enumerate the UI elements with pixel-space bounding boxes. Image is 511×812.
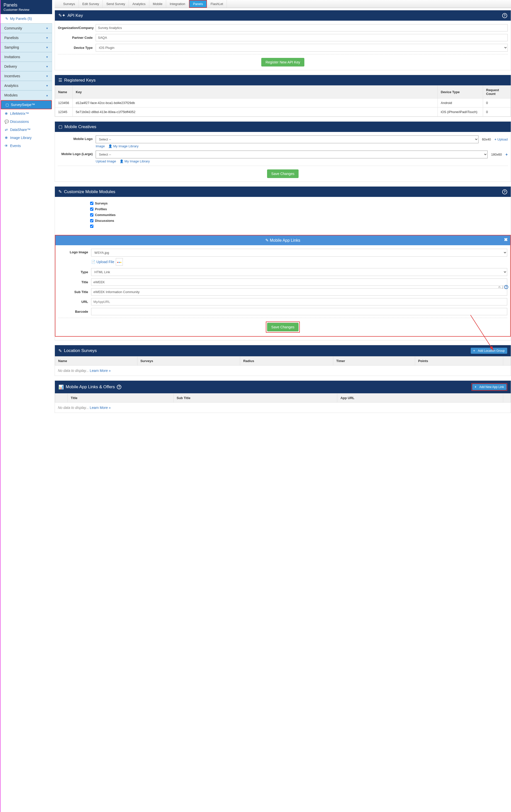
sidebar-my-panels[interactable]: ✎ My Panels (5) bbox=[0, 14, 52, 23]
caret-up-icon: ▲ bbox=[46, 94, 48, 97]
upload-link[interactable]: +Upload bbox=[494, 138, 508, 141]
sidebar-item-lifemetrix[interactable]: ❋LifeMetrix™ bbox=[0, 110, 52, 118]
sidebar-section-invitations[interactable]: Invitations▼ bbox=[0, 52, 52, 62]
registered-keys-header: ☰ Registered Keys bbox=[55, 75, 511, 85]
add-new-app-link-button[interactable]: + Add New App Link bbox=[472, 384, 507, 390]
chk-discussions[interactable] bbox=[90, 219, 93, 222]
mobile-app-links-modal: ✎ Mobile App Links ✖ Logo Image WSYA.jpg… bbox=[55, 235, 511, 337]
my-image-library-link[interactable]: 👤 My Image Library bbox=[108, 144, 139, 148]
col-device: Device Type bbox=[438, 86, 483, 98]
sidebar-item-events[interactable]: 👁Events bbox=[0, 142, 52, 150]
customize-modules-header: ✎ Customize Mobile Modules ? bbox=[55, 186, 511, 197]
tablet-icon: ▢ bbox=[58, 124, 62, 129]
api-key-header: ✎✦ API Key ? bbox=[55, 10, 511, 21]
org-input[interactable] bbox=[96, 24, 508, 31]
col-count: Request Count bbox=[483, 86, 511, 98]
register-api-key-button[interactable]: Register New API Key bbox=[261, 58, 305, 66]
chk-surveys[interactable] bbox=[90, 202, 93, 205]
sidebar-section-delivery[interactable]: Delivery▼ bbox=[0, 62, 52, 71]
tab-send-survey[interactable]: Send Survey bbox=[103, 0, 129, 8]
edit-icon: ✎ bbox=[58, 189, 62, 194]
device-type-select[interactable]: iOS Plugin bbox=[96, 44, 508, 52]
image-icon: ❋ bbox=[4, 136, 8, 140]
upload-file-link[interactable]: 📄 Upload File bbox=[91, 260, 114, 264]
upload-plus-icon[interactable]: + bbox=[506, 152, 508, 157]
tab-panels[interactable]: Panels bbox=[189, 0, 207, 8]
sidebar-item-surveyswipe[interactable]: ▢SurveySwipe™ bbox=[1, 100, 52, 109]
barcode-label: Barcode bbox=[58, 310, 91, 314]
sidebar-item-datashare[interactable]: ⇄DataShare™ bbox=[0, 126, 52, 134]
learn-more-link[interactable]: Learn More » bbox=[90, 369, 111, 373]
heartbeat-icon: ❋ bbox=[4, 112, 8, 116]
col-key: Key bbox=[73, 86, 438, 98]
sidebar-section-analytics[interactable]: Analytics▼ bbox=[0, 81, 52, 90]
help-icon[interactable]: ? bbox=[502, 13, 507, 18]
url-input[interactable] bbox=[91, 298, 507, 306]
partner-input[interactable] bbox=[96, 34, 508, 41]
logo-preview: ●●● bbox=[116, 258, 123, 266]
app-links-table: Title Sub Title App URL bbox=[55, 393, 511, 403]
tab-mobile[interactable]: Mobile bbox=[149, 0, 166, 8]
barcode-input[interactable] bbox=[91, 308, 507, 315]
edit-icon: ✎ bbox=[265, 238, 269, 242]
sidebar-item-discussions[interactable]: 💬Discussions bbox=[0, 118, 52, 126]
comments-icon: 💬 bbox=[4, 120, 8, 124]
tab-edit-survey[interactable]: Edit Survey bbox=[79, 0, 103, 8]
table-row: 123456 d12a4f27-face-42cc-bca1-bd4e237f2… bbox=[55, 98, 511, 108]
close-icon[interactable]: ✖ bbox=[504, 237, 508, 242]
tab-flashlet[interactable]: FlashLet bbox=[207, 0, 227, 8]
sidebar-header: Panels Customer Review bbox=[0, 0, 52, 14]
upload-image-link[interactable]: Upload Image bbox=[96, 160, 116, 163]
edit-icon: ✎ bbox=[58, 348, 62, 353]
page-subtitle: Customer Review bbox=[3, 8, 49, 11]
caret-down-icon: ▼ bbox=[46, 75, 48, 78]
file-icon: 📄 bbox=[91, 260, 95, 264]
caret-down-icon: ▼ bbox=[46, 65, 48, 68]
help-icon[interactable]: ? bbox=[117, 385, 121, 389]
type-select[interactable]: HTML Link bbox=[91, 268, 507, 276]
sidebar-section-panelists[interactable]: Panelists▼ bbox=[0, 33, 52, 42]
chk-profiles[interactable] bbox=[90, 207, 93, 211]
sidebar-item-imagelibrary[interactable]: ❋Image Library bbox=[0, 134, 52, 142]
url-label: URL bbox=[58, 300, 91, 303]
logo-image-label: Logo Image bbox=[58, 249, 91, 254]
subtitle-input[interactable] bbox=[91, 288, 507, 296]
save-changes-button[interactable]: Save Changes bbox=[267, 170, 299, 178]
tab-analytics[interactable]: Analytics bbox=[129, 0, 149, 8]
modal-save-button[interactable]: Save Changes bbox=[267, 323, 299, 331]
registered-keys-table: Name Key Device Type Request Count 12345… bbox=[55, 85, 511, 117]
title-input[interactable] bbox=[91, 279, 507, 286]
sidebar-section-incentives[interactable]: Incentives▼ bbox=[0, 71, 52, 81]
tablet-icon: ▢ bbox=[5, 103, 9, 107]
tab-integration[interactable]: Integration bbox=[166, 0, 189, 8]
transfer-icon: ⇄ bbox=[4, 128, 8, 132]
user-icon: 👤 bbox=[120, 160, 124, 163]
edit-icon: ✎ bbox=[5, 17, 8, 21]
help-icon[interactable]: ? bbox=[504, 285, 508, 289]
caret-down-icon: ▼ bbox=[46, 27, 48, 30]
learn-more-link[interactable]: Learn More » bbox=[90, 406, 111, 410]
eye-icon: 👁 bbox=[4, 144, 8, 148]
wand-icon: ✎✦ bbox=[58, 13, 65, 18]
mobile-logo-large-select[interactable]: Select -- bbox=[96, 151, 488, 158]
table-row: 12345 5e71b0e2-d8bd-413e-80ea-c1f75bff40… bbox=[55, 108, 511, 117]
location-surveys-header: ✎ Location Surveys + Add Location Group bbox=[55, 345, 511, 356]
sidebar-section-sampling[interactable]: Sampling▼ bbox=[0, 42, 52, 52]
mobile-logo-select[interactable]: Select -- bbox=[96, 136, 479, 143]
sidebar-section-modules[interactable]: Modules▲ bbox=[0, 90, 52, 100]
modal-title: Mobile App Links bbox=[270, 238, 300, 242]
title-label: Title bbox=[58, 280, 91, 284]
logo-image-select[interactable]: WSYA.jpg bbox=[91, 249, 507, 257]
chk-more[interactable] bbox=[90, 225, 93, 228]
list-icon: ☰ bbox=[58, 78, 62, 83]
device-type-label: Device Type bbox=[58, 46, 96, 50]
chk-communities[interactable] bbox=[90, 213, 93, 216]
my-image-library-link-2[interactable]: 👤 My Image Library bbox=[120, 160, 150, 163]
image-link[interactable]: Image bbox=[96, 144, 105, 148]
sidebar-section-community[interactable]: Community▼ bbox=[0, 23, 52, 33]
help-icon[interactable]: ? bbox=[502, 189, 507, 194]
add-location-group-button[interactable]: + Add Location Group bbox=[471, 348, 507, 354]
user-icon: 👤 bbox=[108, 144, 112, 148]
type-label: Type bbox=[58, 270, 91, 274]
tab-surveys[interactable]: Surveys bbox=[60, 0, 79, 8]
